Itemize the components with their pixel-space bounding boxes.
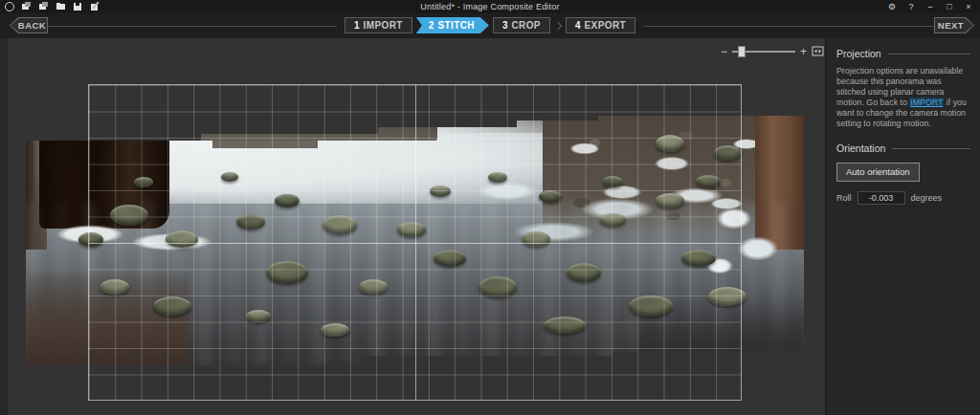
zoom-control: − + <box>721 46 824 56</box>
stitch-canvas[interactable]: − + <box>8 38 825 415</box>
settings-icon[interactable]: ⚙ <box>884 1 900 13</box>
zoom-out-icon[interactable]: − <box>721 47 727 56</box>
projection-title: Projection <box>836 48 881 59</box>
auto-orientation-button[interactable]: Auto orientation <box>836 163 920 182</box>
zoom-in-icon[interactable]: + <box>800 47 807 56</box>
step-import[interactable]: 1 IMPORT <box>345 17 412 33</box>
roll-label: Roll <box>836 193 852 203</box>
close-icon[interactable]: × <box>961 1 976 13</box>
fit-to-screen-icon[interactable] <box>812 46 824 56</box>
step-crop[interactable]: 3 CROP <box>493 17 550 33</box>
chevron-right-icon <box>554 21 562 29</box>
roll-input[interactable] <box>858 191 905 205</box>
orientation-section-header: Orientation <box>836 142 970 154</box>
step-tabs: 1 IMPORT 2 STITCH 3 CROP 4 EXPORT <box>0 17 980 33</box>
projection-message: Projection options are unavailable becau… <box>836 66 970 129</box>
minimize-icon[interactable]: – <box>923 1 938 13</box>
panorama-image[interactable] <box>26 116 804 366</box>
roll-row: Roll degrees <box>836 191 970 205</box>
help-icon[interactable]: ? <box>903 1 919 13</box>
step-export[interactable]: 4 EXPORT <box>566 17 635 33</box>
ice-window: Untitled* - Image Composite Editor ⚙ ? –… <box>0 0 980 415</box>
step-nav-bar: BACK 1 IMPORT 2 STITCH 3 CROP 4 <box>0 13 980 38</box>
options-panel: Projection Projection options are unavai… <box>825 38 980 415</box>
section-rule <box>892 148 970 149</box>
zoom-slider-handle[interactable] <box>738 46 746 57</box>
import-link[interactable]: IMPORT <box>909 98 944 107</box>
orientation-title: Orientation <box>836 142 885 154</box>
roll-unit-label: degrees <box>911 193 943 203</box>
maximize-icon[interactable]: □ <box>942 1 957 13</box>
projection-section-header: Projection <box>836 48 970 59</box>
window-controls: ⚙ ? – □ × <box>884 0 976 13</box>
window-title: Untitled* - Image Composite Editor <box>0 2 980 11</box>
step-stitch-active[interactable]: 2 STITCH <box>416 17 489 33</box>
next-button[interactable]: NEXT <box>934 17 974 33</box>
title-bar: Untitled* - Image Composite Editor ⚙ ? –… <box>0 0 980 13</box>
mossy-rocks <box>26 116 804 366</box>
section-rule <box>888 54 970 55</box>
zoom-slider[interactable] <box>732 51 795 53</box>
canvas-left-margin <box>0 38 8 415</box>
